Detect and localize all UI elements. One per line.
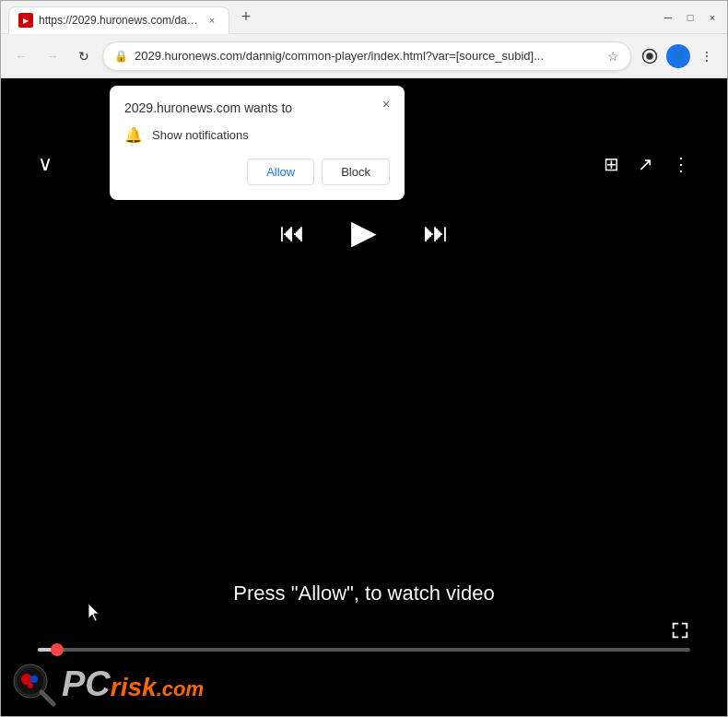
back-button[interactable]: ← <box>8 43 34 69</box>
minimize-button[interactable]: ─ <box>661 10 675 25</box>
permission-popup: 2029.huronews.com wants to × 🔔 Show noti… <box>110 86 405 200</box>
forward-button[interactable]: → <box>40 43 65 69</box>
svg-line-7 <box>41 692 53 704</box>
add-to-queue-icon[interactable]: ⊞ <box>604 153 619 175</box>
minimize-player-icon[interactable]: ∨ <box>38 152 53 176</box>
nav-right-area: 👤 ⋮ <box>637 43 720 69</box>
skip-back-button[interactable]: ⏮ <box>279 217 305 248</box>
profile-button[interactable]: 👤 <box>666 44 690 68</box>
press-allow-text: Press "Allow", to watch video <box>233 582 494 605</box>
reload-button[interactable]: ↻ <box>71 43 97 69</box>
play-button[interactable]: ▶ <box>351 213 377 252</box>
forward-icon: → <box>46 49 59 64</box>
address-bar[interactable]: 🔒 2029.huronews.com/dannig/common-player… <box>102 41 631 71</box>
tab-strip: https://2029.huronews.com/dann × + <box>8 1 661 33</box>
address-text: 2029.huronews.com/dannig/common-player/i… <box>135 49 600 63</box>
block-button[interactable]: Block <box>322 159 390 185</box>
logo-area: PCrisk.com <box>10 661 204 707</box>
fullscreen-icon <box>670 620 690 641</box>
notification-text: Show notifications <box>152 128 249 142</box>
allow-button[interactable]: Allow <box>247 159 314 185</box>
tab-favicon <box>18 13 33 28</box>
bell-icon: 🔔 <box>124 126 143 144</box>
cast-button[interactable] <box>637 43 663 69</box>
browser-tab[interactable]: https://2029.huronews.com/dann × <box>8 6 229 34</box>
svg-point-1 <box>646 53 653 60</box>
progress-dot <box>51 643 64 656</box>
player-right-controls: ⊞ ↗ ⋮ <box>604 153 690 175</box>
lock-icon: 🔒 <box>114 50 127 63</box>
tab-title: https://2029.huronews.com/dann <box>39 14 199 27</box>
logo-risk: risk <box>111 673 157 701</box>
notification-row: 🔔 Show notifications <box>124 126 390 144</box>
title-bar-controls: ─ □ × <box>661 10 720 25</box>
logo-text: PCrisk.com <box>62 664 204 704</box>
back-icon: ← <box>15 49 28 64</box>
share-icon[interactable]: ↗ <box>638 153 653 175</box>
page-content: 2029.huronews.com wants to × 🔔 Show noti… <box>1 78 727 716</box>
player-main-controls: ⏮ ▶ ⏭ <box>279 213 449 252</box>
maximize-button[interactable]: □ <box>683 10 698 25</box>
menu-icon: ⋮ <box>700 49 713 64</box>
svg-point-6 <box>28 683 33 688</box>
cast-icon <box>641 48 658 65</box>
navigation-bar: ← → ↻ 🔒 2029.huronews.com/dannig/common-… <box>1 34 727 78</box>
close-button[interactable]: × <box>705 10 720 25</box>
fullscreen-button[interactable] <box>38 620 690 641</box>
new-tab-button[interactable]: + <box>233 5 259 30</box>
pcrisk-logo-icon <box>10 661 58 709</box>
more-options-icon[interactable]: ⋮ <box>672 153 690 175</box>
popup-buttons: Allow Block <box>124 159 390 185</box>
tab-close-button[interactable]: × <box>205 13 219 28</box>
browser-window: https://2029.huronews.com/dann × + ─ □ ×… <box>0 0 728 717</box>
progress-bar[interactable] <box>38 648 690 652</box>
bookmark-icon[interactable]: ☆ <box>607 49 619 64</box>
logo-com: .com <box>157 677 204 700</box>
svg-point-5 <box>30 676 38 683</box>
popup-title: 2029.huronews.com wants to <box>124 100 390 115</box>
title-bar: https://2029.huronews.com/dann × + ─ □ × <box>1 1 727 34</box>
logo-icon <box>10 661 56 707</box>
profile-icon: 👤 <box>672 50 686 63</box>
reload-icon: ↻ <box>78 49 89 64</box>
skip-forward-button[interactable]: ⏭ <box>423 217 449 248</box>
menu-button[interactable]: ⋮ <box>694 43 720 69</box>
popup-close-button[interactable]: × <box>377 95 395 113</box>
logo-pc: PC <box>62 664 111 703</box>
